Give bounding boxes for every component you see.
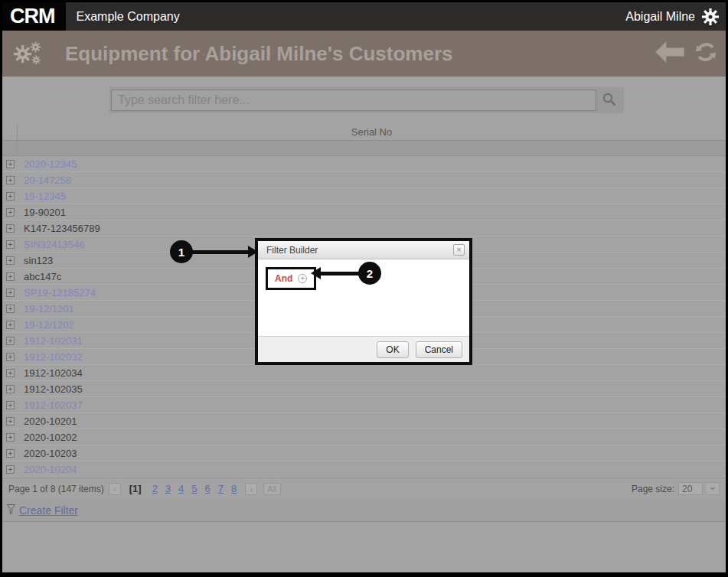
user-name: Abigail Milne	[625, 10, 695, 24]
app-window: CRM Example Company Abigail Milne Equipm…	[0, 0, 728, 577]
search-input[interactable]	[111, 90, 596, 111]
page-title: Equipment for Abigail Milne's Customers	[65, 42, 453, 66]
expand-row-icon[interactable]	[6, 369, 15, 377]
pager-page-link[interactable]: 2	[152, 483, 158, 494]
pager-summary: Page 1 of 8 (147 items)	[8, 484, 104, 494]
expand-row-icon[interactable]	[6, 208, 15, 217]
expand-row-icon[interactable]	[6, 337, 15, 345]
filter-builder-dialog: Filter Builder × And OK Cancel	[255, 238, 472, 365]
cogs-icon	[11, 38, 45, 69]
expand-row-icon[interactable]	[6, 353, 15, 361]
expand-row-icon[interactable]	[6, 321, 15, 329]
table-row: 2020-12345	[2, 156, 726, 172]
callout-2-arrow-head	[311, 267, 321, 279]
table-row: 2020-10201	[2, 413, 726, 429]
filter-row-icon-cell	[2, 141, 18, 155]
pager-page-link[interactable]: 6	[205, 483, 211, 494]
serial-cell[interactable]: 1912-102031	[24, 335, 83, 347]
pager-page-link[interactable]: 7	[218, 483, 224, 494]
pager-bar: Page 1 of 8 (147 items) ‹ [1] 2345678 › …	[2, 478, 726, 499]
table-row: K147-123456789	[2, 220, 726, 236]
callout-2-badge: 2	[358, 262, 381, 285]
expand-row-icon[interactable]	[6, 240, 15, 249]
pager-next-button[interactable]: ›	[245, 483, 257, 495]
expand-row-icon[interactable]	[6, 272, 15, 281]
expand-row-icon[interactable]	[6, 401, 15, 409]
callout-2-arrow-line	[320, 272, 360, 275]
serial-cell: 19-90201	[24, 207, 66, 218]
pager-page-link[interactable]: 4	[178, 483, 184, 494]
serial-cell: 2020-10203	[24, 448, 77, 459]
and-operator-highlight-box: And	[266, 267, 316, 290]
serial-cell[interactable]: 1912-102037	[24, 399, 83, 411]
table-row: 1912-102034	[2, 365, 726, 381]
table-row: 1912-102035	[2, 381, 726, 397]
callout-1-arrow-line	[191, 250, 250, 254]
create-filter-link[interactable]: Create Filter	[19, 504, 78, 517]
column-header-serial-no[interactable]: Serial No	[18, 126, 726, 138]
table-row: 1912-102037	[2, 397, 726, 413]
serial-cell: 2020-10202	[24, 432, 77, 443]
table-row: 2020-10202	[2, 429, 726, 445]
serial-cell[interactable]: 19-12/1201	[24, 303, 74, 315]
page-size-label: Page size:	[632, 484, 674, 494]
callout-1-arrow-head	[248, 246, 258, 258]
expand-row-icon[interactable]	[6, 176, 15, 184]
page-header: Equipment for Abigail Milne's Customers	[2, 31, 726, 77]
expand-row-icon[interactable]	[6, 465, 15, 474]
back-arrow-icon[interactable]	[655, 41, 684, 66]
expand-row-icon[interactable]	[6, 160, 15, 168]
page-size-value[interactable]: 20	[678, 482, 703, 495]
chevron-down-icon	[710, 487, 716, 491]
serial-cell: 2020-10201	[24, 416, 77, 427]
serial-cell[interactable]: 2020-10204	[24, 464, 77, 475]
pager-all-button[interactable]: All	[263, 483, 280, 495]
serial-cell[interactable]: 19-12345	[24, 191, 66, 202]
pager-prev-button[interactable]: ‹	[109, 483, 121, 495]
crm-logo: CRM	[2, 2, 66, 31]
dialog-footer: OK Cancel	[258, 336, 469, 362]
add-condition-icon[interactable]	[298, 274, 307, 283]
expand-row-icon[interactable]	[6, 288, 15, 297]
expand-row-icon[interactable]	[6, 305, 15, 313]
search-bar	[109, 87, 624, 113]
table-row: 19-12345	[2, 188, 726, 204]
serial-cell: 1912-102034	[24, 367, 83, 379]
refresh-icon[interactable]	[694, 40, 718, 67]
dialog-title: Filter Builder	[266, 245, 453, 256]
serial-cell[interactable]: SIN32413546	[24, 239, 85, 250]
ok-button[interactable]: OK	[377, 341, 408, 358]
callout-1-badge: 1	[170, 240, 193, 263]
and-operator-button[interactable]: And	[275, 273, 292, 284]
expand-row-icon[interactable]	[6, 433, 15, 442]
table-row: 2020-10203	[2, 445, 726, 461]
serial-cell[interactable]: 19-12/1202	[24, 319, 74, 331]
expand-row-icon[interactable]	[6, 417, 15, 425]
cancel-button[interactable]: Cancel	[416, 341, 462, 358]
serial-cell[interactable]: 2020-12345	[24, 158, 77, 170]
settings-gear-icon[interactable]	[701, 8, 720, 26]
pager-page-link[interactable]: 8	[231, 483, 237, 494]
serial-cell: 1912-102035	[24, 383, 83, 395]
search-button[interactable]	[596, 89, 622, 112]
expand-row-icon[interactable]	[6, 256, 15, 265]
close-icon[interactable]: ×	[453, 244, 465, 256]
expand-row-icon[interactable]	[6, 385, 15, 393]
pager-page-link[interactable]: 3	[165, 483, 171, 494]
expand-row-icon[interactable]	[6, 224, 15, 233]
table-row: 20-147258	[2, 172, 726, 188]
filter-footer-bar: Create Filter	[2, 499, 726, 522]
pager-current-page: [1]	[129, 483, 142, 494]
serial-cell[interactable]: 1912-102032	[24, 351, 83, 363]
table-row: 19-90201	[2, 204, 726, 220]
company-name: Example Company	[77, 10, 180, 24]
pager-page-link[interactable]: 5	[191, 483, 197, 494]
serial-cell[interactable]: 20-147258	[24, 174, 71, 186]
serial-cell[interactable]: SP19-12185274	[24, 287, 96, 298]
grid-filter-row[interactable]	[2, 141, 726, 156]
page-size-dropdown-button[interactable]	[707, 482, 720, 495]
expand-row-icon[interactable]	[6, 192, 15, 200]
funnel-icon	[7, 504, 15, 517]
dialog-title-bar[interactable]: Filter Builder ×	[258, 241, 469, 259]
expand-row-icon[interactable]	[6, 449, 15, 458]
